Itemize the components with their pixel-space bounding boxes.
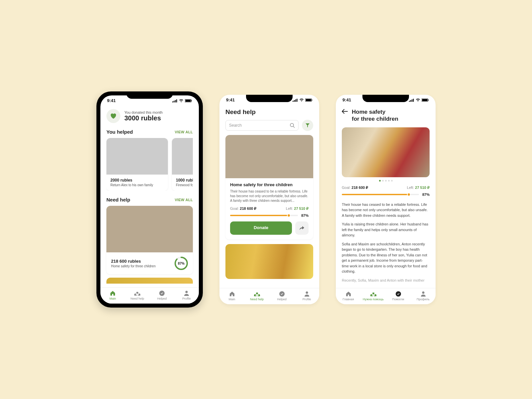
share-button[interactable] [295, 221, 309, 235]
phone-2: 9:41 Need help Search Home safety for th… [219, 95, 319, 304]
helped-card[interactable]: 1000 rubles Firewood for th [172, 138, 193, 191]
nav-helped[interactable]: Помогли [386, 288, 411, 304]
svg-rect-23 [410, 100, 411, 102]
progress-bar: 87% [230, 213, 309, 217]
nav-need-help[interactable]: Нужна помощь [361, 288, 386, 304]
svg-rect-0 [172, 101, 173, 102]
status-time: 9:41 [342, 97, 351, 102]
nav-need-help[interactable]: Need help [244, 288, 269, 304]
svg-rect-6 [192, 100, 192, 101]
notch [246, 95, 293, 102]
paragraph: Sofia and Maxim are schoolchildren, Anto… [342, 241, 430, 274]
check-circle-icon [159, 290, 165, 296]
need-help-view-all[interactable]: VIEW ALL [175, 198, 193, 202]
peek-card [106, 278, 193, 284]
card-desc: Home safety for three children [111, 264, 156, 268]
nav-main[interactable]: Main [219, 288, 244, 304]
you-helped-title: You helped [106, 129, 133, 135]
hands-heart-icon [370, 291, 376, 297]
svg-rect-3 [176, 99, 177, 102]
svg-rect-14 [297, 99, 298, 102]
phone-3: 9:41 Home safety for three children Goal… [336, 95, 436, 304]
phone-1: 9:41 You donated this month 3000 rubles … [96, 91, 203, 308]
left-label: Left: [286, 206, 293, 210]
svg-point-10 [186, 291, 188, 293]
wifi-icon [299, 98, 304, 102]
need-card[interactable]: 218 600 rubles Home safety for three chi… [106, 206, 193, 274]
campaign-card-peek[interactable] [225, 244, 313, 279]
nav-profile[interactable]: Profile [294, 288, 319, 304]
svg-rect-2 [175, 100, 176, 102]
card-image [106, 138, 168, 175]
nav-profile[interactable]: Профиль [411, 288, 436, 304]
card-image [106, 206, 193, 252]
svg-line-19 [293, 126, 295, 128]
paragraph: Recently, Sofia, Maxim and Anton with th… [342, 278, 430, 283]
you-helped-list[interactable]: 2000 rubles Return Alex to his own famil… [106, 138, 193, 191]
svg-rect-28 [428, 99, 429, 101]
svg-rect-24 [412, 99, 413, 102]
svg-rect-25 [413, 99, 414, 102]
goal-value: 218 600 ₽ [240, 206, 256, 210]
description: Their house has ceased to be a reliable … [342, 202, 430, 283]
dot[interactable] [382, 180, 384, 182]
progress-pct: 87% [422, 193, 430, 197]
heart-icon [106, 109, 120, 123]
notch [362, 95, 409, 102]
donate-button[interactable]: Donate [230, 221, 292, 235]
svg-rect-22 [409, 101, 410, 102]
card-amount: 2000 rubles [110, 178, 164, 183]
battery-icon [305, 98, 313, 102]
back-button[interactable] [342, 108, 348, 115]
card-image [225, 135, 313, 178]
carousel-dots[interactable] [342, 180, 430, 182]
progress-pct: 87% [174, 256, 188, 270]
hands-heart-icon [134, 290, 140, 296]
donation-label: You donated this month [124, 110, 163, 114]
left-value: 27 510 ₽ [294, 206, 309, 210]
battery-icon [185, 99, 192, 102]
progress-radial: 87% [174, 256, 188, 270]
page-title: Need help [225, 108, 313, 116]
svg-rect-5 [186, 99, 191, 102]
left-label: Left: [407, 186, 414, 190]
hero-image[interactable] [342, 127, 430, 177]
svg-rect-1 [174, 101, 175, 102]
svg-point-21 [306, 292, 308, 294]
goal-label: Goal: [342, 186, 350, 190]
nav-need-help[interactable]: Need help [125, 288, 150, 304]
user-icon [184, 290, 190, 296]
svg-point-18 [290, 123, 294, 127]
bottom-nav: Main Need help Helped Profile [100, 287, 199, 304]
dot[interactable] [379, 180, 381, 182]
campaign-card[interactable]: Home safety for three children Their hou… [225, 135, 313, 239]
dot[interactable] [388, 180, 390, 182]
donation-amount: 3000 rubles [124, 114, 163, 122]
nav-profile[interactable]: Profile [174, 288, 199, 304]
left-value: 27 510 ₽ [415, 186, 430, 190]
page-title: Home safety for three children [352, 108, 398, 123]
search-input[interactable]: Search [225, 120, 299, 131]
card-desc: Their house has ceased to be a reliable … [230, 189, 309, 203]
card-title: Home safety for three children [230, 182, 309, 187]
dot[interactable] [385, 180, 387, 182]
notch [126, 91, 173, 99]
goal-value: 218 600 ₽ [351, 186, 368, 190]
svg-rect-17 [312, 99, 313, 101]
you-helped-view-all[interactable]: VIEW ALL [175, 130, 193, 134]
nav-main[interactable]: Главная [336, 288, 361, 304]
user-icon [420, 291, 426, 297]
home-icon [345, 291, 351, 297]
need-help-title: Need help [106, 197, 130, 202]
helped-card[interactable]: 2000 rubles Return Alex to his own famil… [106, 138, 168, 191]
filter-button[interactable] [302, 120, 313, 131]
filter-icon [305, 123, 310, 128]
card-amount: 1000 rubles [176, 178, 193, 183]
nav-helped[interactable]: Helped [269, 288, 294, 304]
nav-main[interactable]: Main [100, 288, 125, 304]
check-circle-icon [395, 291, 401, 297]
nav-helped[interactable]: Helped [150, 288, 174, 304]
battery-icon [422, 98, 429, 102]
dot[interactable] [391, 180, 393, 182]
svg-rect-12 [294, 100, 295, 102]
